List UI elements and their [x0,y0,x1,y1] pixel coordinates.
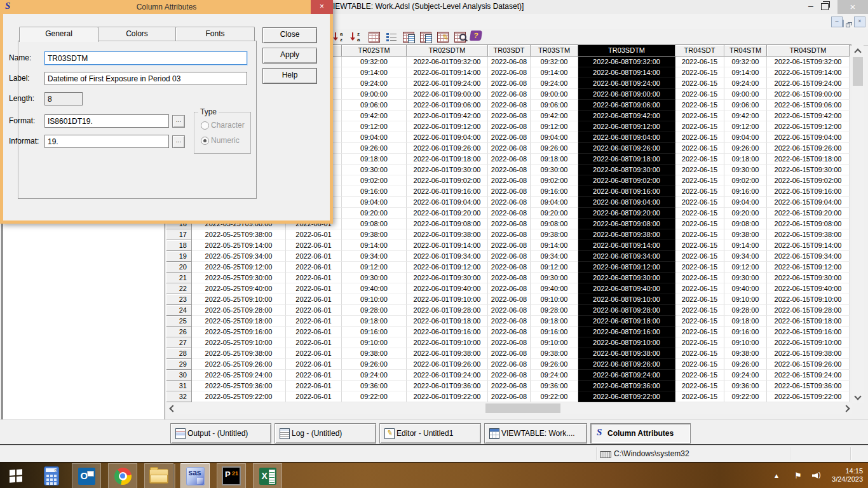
table-cell[interactable]: 09:38:00 [531,229,578,240]
table-cell[interactable]: 2022-06-08T09:38:00 [578,229,675,240]
table-cell[interactable]: 2022-06-01 [286,359,342,370]
table-cell[interactable]: 2022-06-01 [286,273,342,283]
table-cell[interactable]: 09:42:00 [531,111,578,121]
row-number[interactable]: 31 [166,381,192,391]
table-cell[interactable]: 2022-06-15T09:12:00 [767,262,850,273]
table-cell[interactable]: 2022-06-08T09:22:00 [578,391,675,402]
table-cell[interactable]: 2022-06-15T09:18:00 [767,154,850,165]
table-cell[interactable]: 09:12:00 [724,121,767,132]
table-cell[interactable]: 2022-06-01T09:14:00 [407,240,488,251]
table-cell[interactable]: 09:24:00 [724,78,767,89]
table-cell[interactable]: 09:36:00 [531,381,578,391]
table-cell[interactable]: 09:30:00 [342,273,407,283]
table-cell[interactable]: 09:18:00 [531,154,578,165]
table-cell[interactable]: 2022-06-08T09:12:00 [578,121,675,132]
table-cell[interactable]: 2022-05-25T09:10:00 [192,337,286,348]
table-cell[interactable]: 09:12:00 [342,262,407,273]
window-bar-button-log-untitled[interactable]: Log - (Untitled) [275,423,376,444]
table-cell[interactable]: 2022-06-15T09:34:00 [767,251,850,262]
column-header-tr04stm[interactable]: TR04STM [724,45,767,57]
table-cell[interactable]: 2022-05-25T09:36:00 [192,381,286,391]
table-cell[interactable]: 2022-06-08T09:24:00 [578,370,675,381]
table-cell[interactable]: 2022-06-01T09:24:00 [407,78,488,89]
table-cell[interactable]: 2022-06-01 [286,348,342,359]
table-cell[interactable]: 09:30:00 [724,165,767,175]
table-cell[interactable]: 09:08:00 [531,219,578,229]
tray-show-hidden[interactable]: ▲ [770,463,783,488]
table-cell[interactable]: 2022-06-15T09:26:00 [767,143,850,154]
table-cell[interactable]: 2022-06-08T09:40:00 [578,283,675,294]
table-cell[interactable]: 2022-05-25T09:18:00 [192,316,286,327]
table-cell[interactable]: 2022-06-08T09:14:00 [578,240,675,251]
horizontal-scroll-thumb[interactable] [485,403,560,413]
column-header-tr04sdtm[interactable]: TR04SDTM [767,45,850,57]
table-cell[interactable]: 09:28:00 [724,305,767,316]
table-cell[interactable]: 2022-06-08T09:08:00 [578,219,675,229]
taskbar-sas[interactable] [180,463,210,488]
table-cell[interactable]: 09:22:00 [342,391,407,402]
table-cell[interactable]: 2022-06-15 [675,100,724,111]
table-cell[interactable]: 2022-06-01T09:26:00 [407,143,488,154]
table-cell[interactable]: 2022-06-08 [488,359,531,370]
table-cell[interactable]: 2022-06-01T09:20:00 [407,208,488,219]
table-cell[interactable]: 09:14:00 [342,240,407,251]
table-cell[interactable]: 2022-06-08 [488,67,531,78]
table-cell[interactable]: 2022-06-15T09:20:00 [767,208,850,219]
table-cell[interactable]: 2022-06-08 [488,143,531,154]
table-cell[interactable]: 2022-06-01 [286,262,342,273]
window-bar-button-output-untitled[interactable]: Output - (Untitled) [170,423,271,444]
table-cell[interactable]: 2022-06-08T09:18:00 [578,154,675,165]
table-cell[interactable]: 2022-06-01T09:28:00 [407,305,488,316]
table-cell[interactable]: 09:04:00 [531,197,578,208]
table-cell[interactable]: 2022-06-01 [286,370,342,381]
table-cell[interactable]: 2022-06-08T09:10:00 [578,337,675,348]
table-cell[interactable]: 2022-06-08 [488,337,531,348]
table-cell[interactable]: 09:34:00 [531,251,578,262]
table-cell[interactable]: 2022-06-01T09:22:00 [407,391,488,402]
table-cell[interactable]: 09:02:00 [531,175,578,186]
table-cell[interactable]: 2022-06-08 [488,327,531,337]
table-cell[interactable]: 2022-06-15T09:16:00 [767,186,850,197]
tab-general[interactable]: General [19,27,98,42]
row-number[interactable]: 25 [166,316,192,327]
tray-volume[interactable] [810,463,825,488]
table-cell[interactable]: 09:42:00 [342,111,407,121]
table-cell[interactable]: 2022-06-15 [675,89,724,100]
table-cell[interactable]: 09:08:00 [342,219,407,229]
table-cell[interactable]: 09:14:00 [724,240,767,251]
row-number[interactable]: 19 [166,251,192,262]
table-cell[interactable]: 09:30:00 [342,165,407,175]
table-cell[interactable]: 09:26:00 [724,359,767,370]
table-cell[interactable]: 2022-06-15 [675,175,724,186]
table-cell[interactable]: 09:20:00 [342,208,407,219]
scroll-down-button[interactable] [852,391,864,403]
table-cell[interactable]: 2022-06-08 [488,240,531,251]
table-cell[interactable]: 2022-06-15 [675,327,724,337]
table-cell[interactable]: 09:36:00 [342,381,407,391]
table-cell[interactable]: 2022-06-08T09:16:00 [578,327,675,337]
table-cell[interactable]: 09:18:00 [531,316,578,327]
table-cell[interactable]: 2022-06-15T09:12:00 [767,121,850,132]
table-cell[interactable]: 09:22:00 [724,391,767,402]
table-cell[interactable]: 2022-05-25T09:24:00 [192,370,286,381]
close-dialog-button[interactable]: Close [262,27,317,43]
table-cell[interactable]: 2022-06-08T09:12:00 [578,262,675,273]
table-cell[interactable]: 09:16:00 [342,186,407,197]
table-cell[interactable]: 2022-06-08 [488,111,531,121]
table-cell[interactable]: 09:34:00 [724,251,767,262]
table-cell[interactable]: 09:32:00 [724,57,767,67]
table-cell[interactable]: 2022-06-01T09:24:00 [407,370,488,381]
table-cell[interactable]: 2022-06-15T09:24:00 [767,370,850,381]
table-cell[interactable]: 09:16:00 [724,327,767,337]
table-cell[interactable]: 2022-06-08T09:06:00 [578,100,675,111]
table-cell[interactable]: 2022-06-15 [675,78,724,89]
table-cell[interactable]: 2022-06-15 [675,229,724,240]
table-cell[interactable]: 2022-06-01T09:10:00 [407,337,488,348]
format-browse-button[interactable]: ... [172,115,185,128]
window-bar-button-viewtable-work[interactable]: VIEWTABLE: Work.... [484,423,587,444]
table-cell[interactable]: 2022-06-08T09:38:00 [578,348,675,359]
table-cell[interactable]: 09:24:00 [342,370,407,381]
table-cell[interactable]: 2022-06-08 [488,305,531,316]
table-cell[interactable]: 2022-06-01T09:16:00 [407,186,488,197]
table-cell[interactable]: 2022-06-15 [675,294,724,305]
